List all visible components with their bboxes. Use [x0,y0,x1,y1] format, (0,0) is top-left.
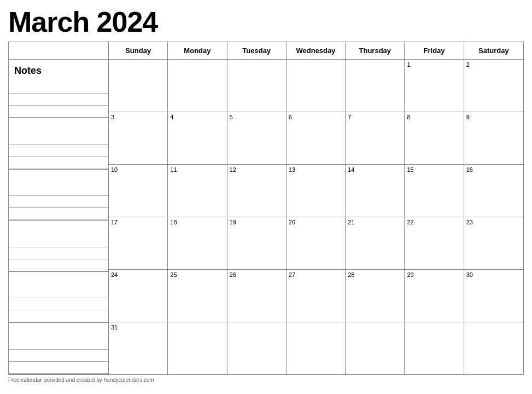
cell-number: 5 [230,114,233,120]
note-line [9,133,108,145]
cell-number: 12 [230,166,236,173]
calendar-cell: 30 [464,270,523,322]
calendar-cell: 19 [227,217,287,269]
calendar-cell: 24 [109,270,168,322]
calendar-row: 12 [109,60,523,112]
calendar-grid: SundayMondayTuesdayWednesdayThursdayFrid… [109,42,523,374]
calendar-row: 24252627282930 [109,270,523,322]
notes-label: Notes [12,62,105,77]
calendar-cell: 13 [287,165,346,217]
cell-number: 21 [348,219,354,225]
calendar-cell [405,322,464,374]
cell-number: 16 [466,166,473,173]
calendar-cell: 8 [405,112,464,164]
day-header: Wednesday [287,42,346,59]
cell-number: 30 [466,271,473,278]
note-line [9,196,108,208]
calendar-cell: 5 [227,112,287,164]
cell-number: 28 [348,271,354,278]
calendar-cell: 9 [464,112,523,164]
note-line [9,82,108,94]
cell-number: 15 [407,166,413,173]
note-line [9,235,108,247]
calendar-cell: 1 [405,60,464,112]
note-line [9,208,108,220]
calendar-cell: 14 [346,165,405,217]
notes-title-area: Notes [9,60,108,118]
calendar-cell: 25 [168,270,227,322]
calendar-container: Notes [8,42,524,375]
calendar-cell: 31 [109,322,168,374]
cell-number: 17 [111,219,118,225]
calendar-cell: 4 [168,112,227,164]
calendar-cell [227,322,287,374]
calendar-cell: 22 [405,217,464,269]
calendar-cell: 27 [287,270,346,322]
calendar-cell [346,60,405,112]
cell-number: 18 [170,219,177,225]
calendar-cell: 18 [168,217,227,269]
calendar-row: 31 [109,322,523,374]
calendar-cell: 2 [464,60,523,112]
notes-row [9,272,108,323]
day-headers: SundayMondayTuesdayWednesdayThursdayFrid… [109,42,523,60]
calendar-cell: 17 [109,217,168,269]
notes-row [9,118,108,170]
page-title: March 2024 [8,5,524,38]
day-header: Sunday [109,42,168,59]
cell-number: 7 [348,114,351,120]
cell-number: 9 [466,114,470,120]
calendar-cell: 23 [464,217,523,269]
cell-number: 29 [407,271,413,278]
calendar-cell: 15 [405,165,464,217]
cell-number: 3 [111,114,114,120]
calendar-cell: 6 [287,112,346,164]
calendar-cell: 21 [346,217,405,269]
cell-number: 14 [348,166,354,173]
day-header: Friday [405,42,464,59]
calendar-cell: 12 [227,165,287,217]
calendar-row: 10111213141516 [109,165,523,217]
calendar-cell: 10 [109,165,168,217]
note-line [9,145,108,157]
cell-number: 23 [466,219,473,225]
cell-number: 13 [289,166,295,173]
calendar-cell: 26 [227,270,287,322]
calendar-row: 3456789 [109,112,523,165]
calendar-cell: 28 [346,270,405,322]
cell-number: 1 [407,61,410,68]
note-line [9,362,108,374]
note-line [9,298,108,310]
note-line [9,338,108,350]
cell-number: 11 [170,166,177,173]
calendar-cell: 20 [287,217,346,269]
calendar-rows: 1234567891011121314151617181920212223242… [109,60,523,374]
note-line [9,259,108,271]
cell-number: 4 [170,114,173,120]
calendar-cell [168,322,227,374]
calendar-cell: 3 [109,112,168,164]
calendar-cell [168,60,227,112]
calendar-row: 17181920212223 [109,217,523,270]
calendar-cell [287,60,346,112]
cell-number: 20 [289,219,295,225]
cell-number: 31 [111,324,118,331]
note-line [9,286,108,298]
note-line [9,350,108,362]
cell-number: 22 [407,219,413,225]
note-line [9,157,108,169]
calendar-cell: 11 [168,165,227,217]
cell-number: 25 [170,271,177,278]
cell-number: 6 [289,114,292,120]
day-header: Saturday [464,42,523,59]
day-header: Monday [168,42,227,59]
calendar-cell [109,60,168,112]
cell-number: 27 [289,271,295,278]
day-header: Tuesday [227,42,287,59]
cell-number: 2 [466,61,470,68]
notes-row [9,323,108,374]
cell-number: 19 [230,219,236,225]
note-line [9,247,108,259]
notes-header [9,42,108,60]
note-line [9,106,108,118]
